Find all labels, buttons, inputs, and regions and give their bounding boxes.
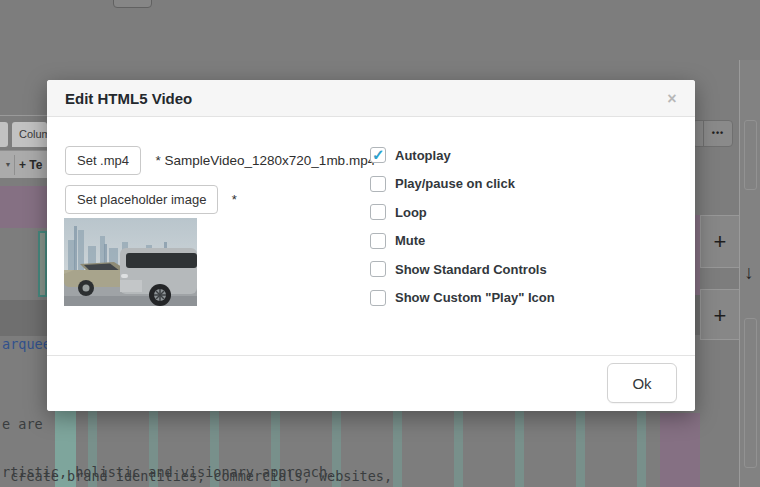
video-widget-fragment — [38, 231, 47, 297]
text-line: e are — [2, 416, 335, 432]
checkbox-box[interactable]: ✓ — [370, 176, 386, 192]
add-text-button[interactable]: + Te — [19, 151, 42, 179]
dialog-title: Edit HTML5 Video — [65, 80, 192, 117]
checkbox-box[interactable]: ✓ — [370, 147, 386, 163]
checkbox-box[interactable]: ✓ — [370, 204, 386, 220]
page-text-bottom: create brand identities, commercials, we… — [2, 436, 400, 487]
checkbox-box[interactable]: ✓ — [370, 261, 386, 277]
set-placeholder-image-button[interactable]: Set placeholder image — [65, 185, 218, 214]
ellipsis-icon[interactable]: ••• — [703, 121, 733, 146]
edit-html5-video-dialog: Edit HTML5 Video × Set .mp4 * SampleVide… — [47, 80, 695, 411]
toolbar-top-border — [0, 115, 47, 116]
ok-button[interactable]: Ok — [607, 363, 677, 403]
checkbox-label: Mute — [395, 233, 425, 248]
placeholder-row: Set placeholder image * — [65, 185, 237, 214]
checkbox-box[interactable]: ✓ — [370, 290, 386, 306]
text-line: create brand identities, commercials, we… — [2, 468, 400, 484]
add-widget-cell[interactable]: + — [700, 215, 740, 268]
close-icon[interactable]: × — [659, 80, 685, 117]
checkbox-mute[interactable]: ✓ Mute — [370, 232, 555, 250]
checkbox-label: Show Custom "Play" Icon — [395, 290, 555, 305]
mp4-filename: * SampleVideo_1280x720_1mb.mp4 — [155, 153, 375, 168]
add-widget-cell[interactable]: + — [700, 289, 740, 340]
tab-column[interactable]: Column — [12, 122, 47, 147]
checkbox-label: Loop — [395, 205, 427, 220]
toolbar-divider — [14, 155, 15, 175]
plus-icon: + — [701, 290, 739, 341]
checkbox-loop[interactable]: ✓ Loop — [370, 203, 555, 221]
marquee-link-fragment[interactable]: arquee — [2, 336, 51, 352]
checkbox-autoplay[interactable]: ✓ Autoplay — [370, 146, 555, 164]
checkbox-label: Autoplay — [395, 148, 451, 163]
chevron-down-icon[interactable]: ▼ — [2, 151, 14, 179]
tab-fragment[interactable] — [0, 122, 8, 147]
plus-icon: + — [701, 216, 739, 267]
right-rail-cell — [744, 318, 757, 468]
checkbox-show-custom-play-icon[interactable]: ✓ Show Custom "Play" Icon — [370, 289, 555, 307]
check-icon: ✓ — [372, 146, 385, 164]
dialog-header: Edit HTML5 Video × — [47, 80, 695, 117]
set-mp4-button[interactable]: Set .mp4 — [65, 146, 141, 175]
dialog-footer: Ok — [47, 355, 695, 411]
required-marker: * — [232, 192, 237, 207]
checkbox-play-pause-on-click[interactable]: ✓ Play/pause on click — [370, 175, 555, 193]
checkbox-label: Show Standard Controls — [395, 262, 547, 277]
mp4-row: Set .mp4 * SampleVideo_1280x720_1mb.mp4 — [65, 146, 375, 175]
builder-purple-column-bottom — [660, 413, 700, 487]
checkbox-box[interactable]: ✓ — [370, 233, 386, 249]
more-options-group: ••• — [692, 120, 733, 147]
builder-dark-block-left — [0, 300, 47, 336]
checkbox-label: Play/pause on click — [395, 176, 515, 191]
builder-purple-block-left — [0, 186, 47, 228]
checkbox-show-standard-controls[interactable]: ✓ Show Standard Controls — [370, 260, 555, 278]
video-placeholder-thumbnail — [64, 218, 197, 306]
right-rail-cell — [744, 120, 757, 190]
video-options-list: ✓ Autoplay ✓ Play/pause on click ✓ Loop … — [370, 146, 555, 307]
move-down-arrow-icon[interactable]: ↓ — [738, 262, 760, 284]
top-mini-button[interactable] — [113, 0, 152, 8]
builder-toolbar-row: ▼ + Te — [0, 150, 47, 178]
